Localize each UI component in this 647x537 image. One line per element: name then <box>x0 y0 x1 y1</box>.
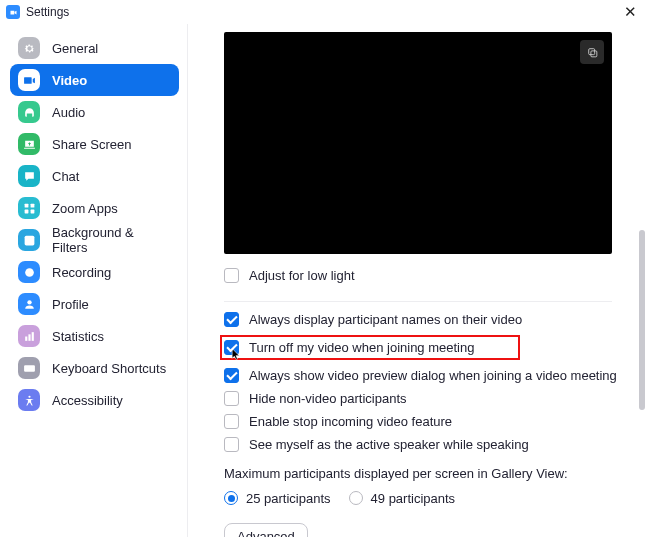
close-icon: ✕ <box>624 3 637 21</box>
sidebar-item-label: Accessibility <box>52 393 123 408</box>
option-label: See myself as the active speaker while s… <box>249 437 529 452</box>
svg-point-5 <box>26 238 28 240</box>
scroll-thumb[interactable] <box>639 230 645 410</box>
sidebar-item-profile[interactable]: Profile <box>10 288 179 320</box>
sidebar-item-label: Video <box>52 73 87 88</box>
gallery-radio-group: 25 participants49 participants <box>224 489 629 507</box>
option-label: Turn off my video when joining meeting <box>249 340 474 355</box>
sidebar-item-zoom-apps[interactable]: Zoom Apps <box>10 192 179 224</box>
option-label: Enable stop incoming video feature <box>249 414 452 429</box>
svg-rect-0 <box>24 203 28 207</box>
sidebar: GeneralVideoAudioShare ScreenChatZoom Ap… <box>0 24 188 537</box>
sidebar-item-label: Statistics <box>52 329 104 344</box>
radio-option[interactable]: 49 participants <box>349 491 456 506</box>
window-title: Settings <box>26 5 69 19</box>
scrollbar[interactable] <box>639 30 645 531</box>
option-label: Hide non-video participants <box>249 391 407 406</box>
radio-label: 49 participants <box>371 491 456 506</box>
svg-rect-1 <box>30 203 34 207</box>
option-label: Always show video preview dialog when jo… <box>249 368 617 383</box>
option-see-myself[interactable]: See myself as the active speaker while s… <box>224 437 629 452</box>
radio-label: 25 participants <box>246 491 331 506</box>
svg-rect-14 <box>27 366 28 367</box>
apps-icon <box>18 197 40 219</box>
record-icon <box>18 261 40 283</box>
checkbox-preview-dialog[interactable] <box>224 368 239 383</box>
filters-icon <box>18 229 40 251</box>
rotate-camera-button[interactable] <box>580 40 604 64</box>
option-label: Adjust for low light <box>249 268 355 283</box>
sidebar-item-label: Profile <box>52 297 89 312</box>
gallery-view-label: Maximum participants displayed per scree… <box>224 466 629 481</box>
checkbox-display-names[interactable] <box>224 312 239 327</box>
svg-rect-15 <box>30 366 31 367</box>
sidebar-item-audio[interactable]: Audio <box>10 96 179 128</box>
svg-rect-17 <box>26 369 31 370</box>
checkbox-stop-incoming[interactable] <box>224 414 239 429</box>
sidebar-item-chat[interactable]: Chat <box>10 160 179 192</box>
checkbox-turn-off-video[interactable] <box>224 340 239 355</box>
option-hide-nonvideo[interactable]: Hide non-video participants <box>224 391 629 406</box>
svg-rect-13 <box>25 366 26 367</box>
app-icon <box>6 5 20 19</box>
divider <box>224 301 612 302</box>
sidebar-item-label: Share Screen <box>52 137 132 152</box>
svg-rect-12 <box>24 365 35 372</box>
sidebar-item-accessibility[interactable]: Accessibility <box>10 384 179 416</box>
headphones-icon <box>18 101 40 123</box>
chat-icon <box>18 165 40 187</box>
sidebar-item-recording[interactable]: Recording <box>10 256 179 288</box>
sidebar-item-label: General <box>52 41 98 56</box>
sidebar-item-label: Background & Filters <box>52 225 171 255</box>
highlight-box: Turn off my video when joining meeting <box>220 335 520 360</box>
video-preview <box>224 32 612 254</box>
sidebar-item-label: Audio <box>52 105 85 120</box>
share-icon <box>18 133 40 155</box>
sidebar-item-label: Chat <box>52 169 79 184</box>
svg-rect-10 <box>28 334 30 341</box>
stats-icon <box>18 325 40 347</box>
sidebar-item-label: Recording <box>52 265 111 280</box>
advanced-button[interactable]: Advanced <box>224 523 308 537</box>
close-button[interactable]: ✕ <box>621 3 639 21</box>
svg-rect-3 <box>30 209 34 213</box>
sidebar-item-statistics[interactable]: Statistics <box>10 320 179 352</box>
svg-rect-2 <box>24 209 28 213</box>
svg-rect-20 <box>590 50 596 56</box>
keyboard-icon <box>18 357 40 379</box>
option-preview-dialog[interactable]: Always show video preview dialog when jo… <box>224 368 629 383</box>
profile-icon <box>18 293 40 315</box>
radio-option[interactable]: 25 participants <box>224 491 331 506</box>
option-adjust-low-light[interactable]: Adjust for low light <box>224 268 629 283</box>
content-pane: Adjust for low light Always display part… <box>188 24 647 537</box>
sidebar-item-label: Zoom Apps <box>52 201 118 216</box>
sidebar-item-general[interactable]: General <box>10 32 179 64</box>
svg-point-18 <box>28 395 30 397</box>
checkbox-see-myself[interactable] <box>224 437 239 452</box>
sidebar-item-shortcuts[interactable]: Keyboard Shortcuts <box>10 352 179 384</box>
sidebar-item-share-screen[interactable]: Share Screen <box>10 128 179 160</box>
svg-rect-16 <box>32 366 33 367</box>
checkbox-hide-nonvideo[interactable] <box>224 391 239 406</box>
sidebar-item-video[interactable]: Video <box>10 64 179 96</box>
svg-point-8 <box>27 300 31 304</box>
radio[interactable] <box>349 491 363 505</box>
sidebar-item-background[interactable]: Background & Filters <box>10 224 179 256</box>
option-display-names[interactable]: Always display participant names on thei… <box>224 312 629 327</box>
checkbox-adjust-low-light[interactable] <box>224 268 239 283</box>
gear-icon <box>18 37 40 59</box>
svg-point-7 <box>27 270 30 273</box>
svg-rect-11 <box>31 332 33 341</box>
sidebar-item-label: Keyboard Shortcuts <box>52 361 166 376</box>
rotate-icon <box>586 46 599 59</box>
accessibility-icon <box>18 389 40 411</box>
radio[interactable] <box>224 491 238 505</box>
option-stop-incoming[interactable]: Enable stop incoming video feature <box>224 414 629 429</box>
titlebar: Settings ✕ <box>0 0 647 24</box>
svg-rect-9 <box>25 336 27 340</box>
video-icon <box>18 69 40 91</box>
option-turn-off-video[interactable]: Turn off my video when joining meeting <box>224 335 629 360</box>
option-label: Always display participant names on thei… <box>249 312 522 327</box>
svg-rect-19 <box>588 48 594 54</box>
